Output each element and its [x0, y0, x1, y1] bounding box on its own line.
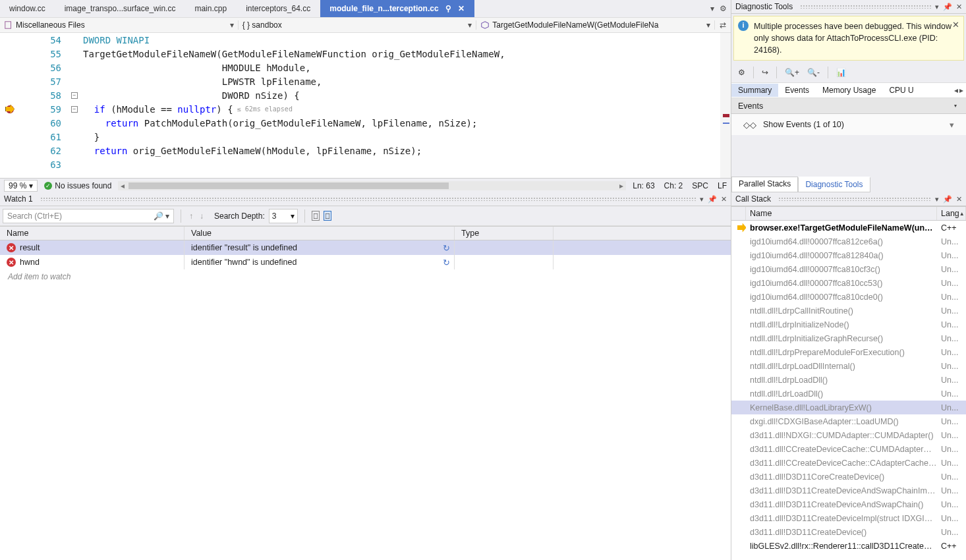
pin-icon[interactable]: 📌: [943, 3, 952, 11]
watch-header[interactable]: Watch 1 ▾ 📌 ✕: [0, 192, 731, 206]
callstack-row[interactable]: igd10iumd64.dll!00007ffca812840a()Un...: [731, 248, 966, 262]
gear-icon[interactable]: ⚙: [720, 4, 727, 13]
nav-function-dropdown[interactable]: TargetGetModuleFileNameW(GetModuleFileNa…: [476, 20, 715, 30]
col-value[interactable]: Value: [185, 227, 455, 240]
status-char[interactable]: Ch: 2: [664, 181, 683, 190]
line-number[interactable]: 60: [0, 116, 67, 130]
callstack-header[interactable]: Call Stack ▾ 📌 ✕: [731, 192, 966, 206]
callstack-row[interactable]: ntdll.dll!LdrpInitializeNode()Un...: [731, 318, 966, 331]
tab-close-icon[interactable]: ✕: [458, 4, 465, 13]
callstack-row[interactable]: d3d11.dll!D3D11CreateDeviceImpl(struct I…: [731, 511, 966, 525]
line-number[interactable]: 63: [0, 157, 67, 171]
search-depth-dropdown[interactable]: 3▾: [269, 209, 298, 223]
code-content[interactable]: DWORD WINAPITargetGetModuleFileNameW(Get…: [82, 33, 720, 178]
code-line[interactable]: }: [82, 130, 720, 144]
line-number[interactable]: 56: [0, 61, 67, 74]
tool-window-tab[interactable]: Diagnostic Tools: [798, 177, 870, 192]
nav-namespace-dropdown[interactable]: { } sandbox ▾: [239, 20, 477, 30]
diagnostic-tab[interactable]: Events: [778, 84, 816, 97]
col-name[interactable]: Name: [746, 207, 937, 220]
search-prev-icon[interactable]: ↑: [188, 211, 194, 221]
search-next-icon[interactable]: ↓: [198, 211, 205, 221]
callstack-row[interactable]: dxgi.dll!CDXGIBaseAdapter::LoadUMD()Un..…: [731, 414, 966, 428]
callstack-row[interactable]: libGLESv2.dll!rx::Renderer11::callD3D11C…: [731, 539, 966, 553]
code-line[interactable]: if (hModule == nullptr) {≤ 62ms elapsed: [82, 102, 720, 116]
watch-row[interactable]: ✕resultidentifier "result" is undefined↻: [0, 240, 731, 255]
pin-icon[interactable]: ⚲: [445, 4, 451, 13]
callstack-row[interactable]: d3d11.dll!D3D11CreateDeviceAndSwapChainI…: [731, 484, 966, 497]
tool-icon-1[interactable]: ⎕: [312, 211, 320, 221]
line-number[interactable]: 54: [0, 33, 67, 47]
document-tab[interactable]: main.cpp: [185, 0, 237, 17]
callstack-row[interactable]: igd10iumd64.dll!00007ffca810cf3c()Un...: [731, 262, 966, 276]
line-number[interactable]: 57: [0, 74, 67, 88]
tool-window-tab[interactable]: Parallel Stacks: [731, 177, 798, 192]
code-editor[interactable]: 54555657585960616263 −− DWORD WINAPITarg…: [0, 33, 731, 178]
callstack-row[interactable]: browser.exe!TargetGetModuleFileNameW(uns…: [731, 221, 966, 235]
folding-column[interactable]: −−: [67, 33, 82, 178]
fold-toggle[interactable]: [67, 116, 82, 130]
code-line[interactable]: LPWSTR lpFilename,: [82, 74, 720, 88]
zoom-dropdown[interactable]: 99 %▾: [4, 180, 38, 192]
nav-scope-dropdown[interactable]: Miscellaneous Files ▾: [0, 20, 239, 30]
code-line[interactable]: DWORD WINAPI: [82, 33, 720, 47]
nav-split-icon[interactable]: ⇄: [715, 20, 731, 30]
watch-row[interactable]: ✕hwndidentifier "hwnd" is undefined↻: [0, 255, 731, 269]
tool-icon-2[interactable]: ⎕: [324, 211, 331, 221]
fold-toggle[interactable]: [67, 33, 82, 47]
refresh-icon[interactable]: ↻: [443, 243, 450, 253]
line-number[interactable]: 61: [0, 130, 67, 144]
callstack-row[interactable]: KernelBase.dll!LoadLibraryExW()Un...: [731, 401, 966, 414]
close-icon[interactable]: ✕: [956, 195, 962, 204]
callstack-row[interactable]: ntdll.dll!LdrpLoadDll()Un...: [731, 373, 966, 387]
callstack-row[interactable]: igd10iumd64.dll!00007ffca812ce6a()Un...: [731, 235, 966, 248]
callstack-row[interactable]: ntdll.dll!LdrpLoadDllInternal()Un...: [731, 359, 966, 373]
fold-toggle[interactable]: −: [67, 102, 82, 116]
callstack-row[interactable]: d3d11.dll!CCreateDeviceCache::CUMDAdapte…: [731, 442, 966, 456]
callstack-row[interactable]: ntdll.dll!LdrLoadDll()Un...: [731, 387, 966, 401]
code-line[interactable]: return orig_GetModuleFileNameW(hModule, …: [82, 144, 720, 157]
diagnostic-tab[interactable]: CPU U: [882, 84, 920, 97]
line-number[interactable]: 58: [0, 88, 67, 102]
col-type[interactable]: Type: [455, 227, 554, 240]
close-icon[interactable]: ✕: [721, 195, 727, 204]
fold-toggle[interactable]: −: [67, 88, 82, 102]
diagnostic-tab[interactable]: Memory Usage: [816, 84, 882, 97]
chart-icon[interactable]: 📊: [836, 68, 846, 77]
refresh-icon[interactable]: ↻: [443, 258, 450, 267]
code-line[interactable]: [82, 157, 720, 171]
callstack-row[interactable]: ntdll.dll!LdrpCallInitRoutine()Un...: [731, 304, 966, 318]
document-tab[interactable]: interceptors_64.cc: [237, 0, 320, 17]
callstack-row[interactable]: d3d11.dll!D3D11CreateDevice()Un...: [731, 525, 966, 539]
gear-icon[interactable]: ⚙: [738, 68, 745, 77]
col-lang[interactable]: Lang▲: [937, 207, 966, 220]
fold-toggle[interactable]: [67, 157, 82, 171]
nav-left-icon[interactable]: ◂: [954, 86, 958, 95]
code-line[interactable]: return PatchModulePath(orig_GetModuleFil…: [82, 116, 720, 130]
col-name[interactable]: Name: [0, 227, 185, 240]
pin-icon[interactable]: 📌: [943, 195, 952, 204]
fold-toggle[interactable]: [67, 130, 82, 144]
dropdown-icon[interactable]: ▾: [935, 3, 939, 11]
watch-search-input[interactable]: Search (Ctrl+E) 🔎 ▾: [3, 209, 174, 223]
document-tab[interactable]: image_transpo...surface_win.cc: [55, 0, 186, 17]
tab-dropdown-icon[interactable]: ▾: [710, 4, 714, 13]
fold-toggle[interactable]: [67, 47, 82, 61]
callstack-row[interactable]: ntdll.dll!LdrpInitializeGraphRecurse()Un…: [731, 331, 966, 345]
export-icon[interactable]: ↪: [762, 68, 768, 77]
code-line[interactable]: HMODULE hModule,: [82, 61, 720, 74]
callstack-row[interactable]: d3d11.dll!NDXGI::CUMDAdapter::CUMDAdapte…: [731, 428, 966, 442]
document-tab[interactable]: module_file_n...terception.cc⚲✕: [320, 0, 474, 17]
dropdown-icon[interactable]: ▾: [700, 195, 704, 204]
callstack-row[interactable]: d3d11.dll!D3D11CreateDeviceAndSwapChain(…: [731, 497, 966, 511]
dropdown-icon[interactable]: ▾: [935, 195, 939, 204]
nav-right-icon[interactable]: ▸: [959, 86, 963, 95]
diagnostic-tab[interactable]: Summary: [731, 84, 778, 97]
line-number[interactable]: 59: [0, 102, 67, 116]
show-events-row[interactable]: ◇◇ Show Events (1 of 10) ▾: [731, 114, 966, 135]
callstack-row[interactable]: ntdll.dll!LdrpPrepareModuleForExecution(…: [731, 345, 966, 359]
fold-toggle[interactable]: [67, 61, 82, 74]
diagnostic-tools-header[interactable]: Diagnostic Tools ▾ 📌 ✕: [731, 0, 966, 14]
horizontal-scrollbar[interactable]: ◂▸: [118, 181, 626, 190]
status-line[interactable]: Ln: 63: [633, 181, 654, 190]
